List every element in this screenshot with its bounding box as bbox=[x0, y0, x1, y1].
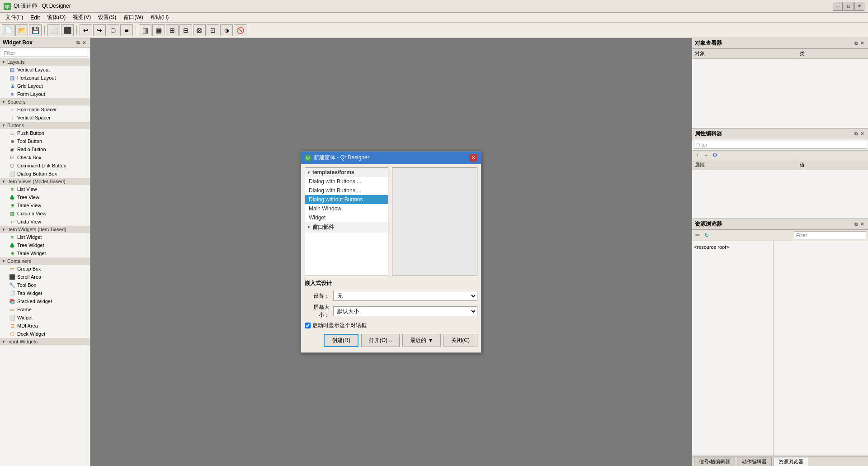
item-horizontal-layout[interactable]: ▥ Horizontal Layout bbox=[0, 74, 90, 82]
item-mdi-area[interactable]: ⊡ MDI Area bbox=[0, 322, 90, 330]
tab-resource-browser[interactable]: 资源浏览器 bbox=[774, 457, 808, 466]
item-vertical-spacer[interactable]: ↕ Vertical Spacer bbox=[0, 114, 90, 122]
item-scroll-area[interactable]: ⬛ Scroll Area bbox=[0, 273, 90, 281]
toolbar-new[interactable]: 📄 bbox=[2, 24, 14, 36]
item-vertical-layout[interactable]: ▤ Vertical Layout bbox=[0, 66, 90, 74]
item-grid-layout[interactable]: ⊞ Grid Layout bbox=[0, 82, 90, 90]
item-list-view[interactable]: ≡ List View bbox=[0, 185, 90, 193]
res-refresh-icon[interactable]: ↻ bbox=[703, 232, 710, 239]
resource-browser-float-btn[interactable]: ⧉ bbox=[853, 221, 859, 228]
toolbar-btn-4[interactable]: ⬜ bbox=[47, 24, 60, 36]
dialog-close-btn[interactable]: 关闭(C) bbox=[443, 334, 477, 347]
toolbar-btn-16[interactable]: ⬗ bbox=[220, 24, 233, 36]
toolbar-btn-12[interactable]: ⊞ bbox=[166, 24, 179, 36]
menu-window[interactable]: 窗口(W) bbox=[120, 13, 146, 22]
item-undo-view[interactable]: ↩ Undo View bbox=[0, 218, 90, 226]
section-item-views[interactable]: Item Views (Model-Based) bbox=[0, 178, 90, 185]
toolbar-open[interactable]: 📂 bbox=[15, 24, 28, 36]
property-filter-input[interactable] bbox=[694, 141, 866, 149]
widget-box-close-btn[interactable]: ✕ bbox=[81, 39, 87, 46]
item-table-widget[interactable]: ⊞ Table Widget bbox=[0, 249, 90, 257]
dialog-item-1[interactable]: Dialog with Buttons ... bbox=[305, 186, 388, 195]
dialog-item-3[interactable]: Main Window bbox=[305, 204, 388, 213]
dialog-create-button[interactable]: 创建(R) bbox=[324, 334, 359, 347]
dialog-recent-button[interactable]: 最近的 ▼ bbox=[402, 334, 441, 347]
property-editor-title: 属性编辑器 bbox=[695, 130, 853, 138]
item-frame[interactable]: ▭ Frame bbox=[0, 305, 90, 314]
menu-help[interactable]: 帮助(H) bbox=[147, 13, 173, 22]
toolbar-btn-7[interactable]: ↪ bbox=[93, 24, 106, 36]
section-spacers[interactable]: Spacers bbox=[0, 98, 90, 105]
toolbar-btn-10[interactable]: ▥ bbox=[139, 24, 151, 36]
object-inspector-close-btn[interactable]: ✕ bbox=[859, 40, 865, 47]
res-edit-icon[interactable]: ✏ bbox=[694, 232, 701, 239]
widget-box-float-btn[interactable]: ⧉ bbox=[75, 39, 81, 46]
menu-edit[interactable]: Edit bbox=[27, 14, 43, 22]
tab-signal-slot[interactable]: 信号/槽编辑器 bbox=[694, 457, 735, 466]
toolbar-btn-11[interactable]: ▤ bbox=[152, 24, 165, 36]
item-horizontal-spacer[interactable]: ↔ Horizontal Spacer bbox=[0, 105, 90, 114]
resource-browser-close-btn[interactable]: ✕ bbox=[859, 221, 865, 228]
prop-configure-btn[interactable]: ⚙ bbox=[711, 152, 718, 159]
item-stacked-widget[interactable]: 📚 Stacked Widget bbox=[0, 297, 90, 305]
dialog-item-2[interactable]: Dialog without Buttons bbox=[305, 195, 388, 204]
minimize-button[interactable]: ─ bbox=[833, 2, 843, 11]
item-group-box[interactable]: ▭ Group Box bbox=[0, 265, 90, 273]
item-tab-widget[interactable]: 📑 Tab Widget bbox=[0, 289, 90, 297]
item-radio-button[interactable]: ◉ Radio Button bbox=[0, 145, 90, 153]
item-push-button[interactable]: □ Push Button bbox=[0, 129, 90, 137]
tab-action-editor[interactable]: 动作编辑器 bbox=[737, 457, 772, 466]
property-editor-float-btn[interactable]: ⧉ bbox=[853, 131, 859, 137]
toolbar-save[interactable]: 💾 bbox=[29, 24, 42, 36]
prop-add-btn[interactable]: + bbox=[694, 152, 701, 159]
toolbar-btn-17[interactable]: 🚫 bbox=[234, 24, 246, 36]
item-tree-widget[interactable]: 🌲 Tree Widget bbox=[0, 241, 90, 249]
maximize-button[interactable]: □ bbox=[844, 2, 854, 11]
section-layouts[interactable]: Layouts bbox=[0, 58, 90, 66]
item-tree-view[interactable]: 🌲 Tree View bbox=[0, 193, 90, 201]
toolbar-btn-13[interactable]: ⊟ bbox=[179, 24, 192, 36]
toolbar-btn-6[interactable]: ↩ bbox=[80, 24, 92, 36]
toolbar-btn-9[interactable]: ≡ bbox=[120, 24, 133, 36]
section-buttons[interactable]: Buttons bbox=[0, 122, 90, 129]
section-containers[interactable]: Containers bbox=[0, 257, 90, 265]
resource-root-item[interactable]: <resource root> bbox=[694, 243, 771, 251]
property-table: 属性 值 bbox=[692, 160, 868, 170]
item-command-link-button[interactable]: ⬡ Command Link Button bbox=[0, 162, 90, 170]
dialog-group-templates[interactable]: templates\forms bbox=[305, 168, 388, 177]
dialog-device-select[interactable]: 无 bbox=[333, 291, 477, 301]
item-table-view[interactable]: ⊞ Table View bbox=[0, 201, 90, 209]
property-editor-close-btn[interactable]: ✕ bbox=[859, 131, 865, 137]
toolbar-btn-15[interactable]: ⊡ bbox=[207, 24, 219, 36]
dialog-open-button[interactable]: 打开(O)... bbox=[361, 334, 400, 347]
item-dock-widget[interactable]: ⬡ Dock Widget bbox=[0, 330, 90, 338]
dialog-screen-select[interactable]: 默认大小 bbox=[333, 306, 477, 316]
dialog-group-widgets[interactable]: 窗口部件 bbox=[305, 222, 388, 233]
item-check-box[interactable]: ☑ Check Box bbox=[0, 153, 90, 162]
menu-form[interactable]: 窗体(O) bbox=[43, 13, 69, 22]
menu-file[interactable]: 文件(F) bbox=[2, 13, 27, 22]
dialog-show-checkbox[interactable] bbox=[305, 323, 311, 328]
item-column-view[interactable]: ▦ Column View bbox=[0, 209, 90, 218]
dialog-close-button[interactable]: ✕ bbox=[469, 154, 477, 162]
item-tool-box[interactable]: 🔧 Tool Box bbox=[0, 281, 90, 289]
menu-view[interactable]: 视图(V) bbox=[69, 13, 94, 22]
item-form-layout[interactable]: ≡ Form Layout bbox=[0, 90, 90, 98]
item-dialog-button-box[interactable]: ⬜ Dialog Button Box bbox=[0, 170, 90, 178]
item-widget[interactable]: ⬜ Widget bbox=[0, 314, 90, 322]
section-input-widgets[interactable]: Input Widgets bbox=[0, 338, 90, 345]
toolbar-btn-5[interactable]: ⬛ bbox=[61, 24, 74, 36]
toolbar-btn-14[interactable]: ⊠ bbox=[193, 24, 206, 36]
close-button[interactable]: ✕ bbox=[854, 2, 864, 11]
dialog-item-0[interactable]: Dialog with Buttons ... bbox=[305, 177, 388, 186]
toolbar-btn-8[interactable]: ⬡ bbox=[107, 24, 119, 36]
object-inspector-float-btn[interactable]: ⧉ bbox=[853, 40, 859, 47]
section-item-widgets[interactable]: Item Widgets (Item-Based) bbox=[0, 226, 90, 233]
menu-settings[interactable]: 设置(S) bbox=[94, 13, 120, 22]
widget-box-filter[interactable] bbox=[2, 49, 88, 57]
dialog-item-4[interactable]: Widget bbox=[305, 213, 388, 222]
resource-filter-input[interactable] bbox=[794, 231, 866, 239]
item-tool-button[interactable]: ⊕ Tool Button bbox=[0, 137, 90, 145]
item-list-widget[interactable]: ≡ List Widget bbox=[0, 233, 90, 241]
prop-remove-btn[interactable]: − bbox=[703, 152, 710, 159]
